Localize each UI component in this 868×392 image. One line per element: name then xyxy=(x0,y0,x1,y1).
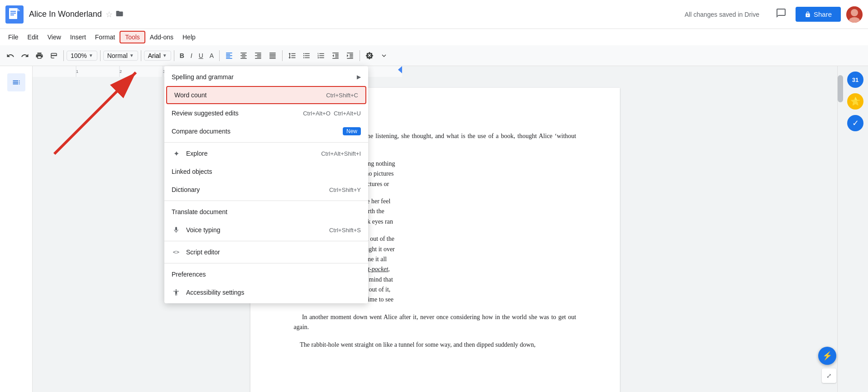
dictionary-label: Dictionary xyxy=(172,186,329,193)
bullet-list-button[interactable] xyxy=(300,50,313,62)
changes-saved-label: All changes saved in Drive xyxy=(685,11,759,18)
menu-item-compare[interactable]: Compare documents New xyxy=(164,122,368,140)
menu-addons[interactable]: Add-ons xyxy=(145,32,178,43)
clear-formatting-button[interactable] xyxy=(363,50,376,62)
compare-label: Compare documents xyxy=(172,128,339,135)
spelling-label: Spelling and grammar xyxy=(172,73,357,81)
star-sidebar-icon[interactable]: ⭐ xyxy=(847,93,863,110)
font-chevron-icon: ▼ xyxy=(163,53,167,58)
star-icon[interactable]: ☆ xyxy=(106,10,113,19)
tools-dropdown-menu: Spelling and grammar ▶ Word count Ctrl+S… xyxy=(164,66,368,303)
align-center-button[interactable] xyxy=(237,50,250,62)
redo-button[interactable] xyxy=(18,50,32,62)
compare-badge: New xyxy=(343,127,361,135)
menu-format[interactable]: Format xyxy=(91,32,120,43)
zoom-label: 100% xyxy=(71,52,87,59)
menu-item-review[interactable]: Review suggested edits Ctrl+Alt+O Ctrl+A… xyxy=(164,104,368,122)
explore-shortcut: Ctrl+Alt+Shift+I xyxy=(321,150,361,157)
menu-item-preferences[interactable]: Preferences xyxy=(164,265,368,283)
menu-item-voice-typing[interactable]: Voice typing Ctrl+Shift+S xyxy=(164,221,368,239)
menu-item-explore[interactable]: ✦ Explore Ctrl+Alt+Shift+I xyxy=(164,144,368,163)
explore-label: Explore xyxy=(186,150,321,157)
doc-scroll-area[interactable]: to begin, for there was no one listening… xyxy=(33,77,837,392)
bold-button[interactable]: B xyxy=(177,50,187,61)
share-label: Share xyxy=(814,10,832,18)
calendar-icon[interactable]: 31 xyxy=(847,72,863,88)
divider-5 xyxy=(219,50,220,61)
align-left-button[interactable] xyxy=(222,50,236,62)
menu-divider-2 xyxy=(164,201,368,201)
font-family-label: Arial xyxy=(148,52,161,59)
doc-title: Alice In Wonderland xyxy=(29,10,102,19)
divider-7 xyxy=(360,50,360,61)
folder-icon[interactable] xyxy=(115,10,124,19)
menu-item-accessibility[interactable]: Accessibility settings xyxy=(164,283,368,301)
style-label: Normal xyxy=(107,52,128,59)
main-area: 1 2 3 4 5 6 7 to begin, for there was no… xyxy=(0,66,868,392)
text-color-button[interactable]: A xyxy=(207,50,216,61)
review-label: Review suggested edits xyxy=(172,110,303,117)
review-shortcut: Ctrl+Alt+O Ctrl+Alt+U xyxy=(303,110,361,117)
voice-typing-shortcut: Ctrl+Shift+S xyxy=(329,227,361,234)
smart-compose-button[interactable]: ⚡ xyxy=(818,347,836,365)
line-spacing-button[interactable] xyxy=(285,50,299,62)
menu-file[interactable]: File xyxy=(4,32,23,43)
menu-insert[interactable]: Insert xyxy=(66,32,91,43)
numbered-list-button[interactable] xyxy=(314,50,328,62)
undo-button[interactable] xyxy=(4,50,17,62)
microphone-icon xyxy=(172,225,181,234)
sidebar-outline-icon[interactable] xyxy=(7,73,25,91)
menu-edit[interactable]: Edit xyxy=(23,32,43,43)
dictionary-shortcut: Ctrl+Shift+Y xyxy=(329,186,361,193)
menu-item-translate[interactable]: Translate document xyxy=(164,203,368,221)
underline-button[interactable]: U xyxy=(196,50,206,61)
style-chevron-icon: ▼ xyxy=(129,53,134,58)
svg-rect-4 xyxy=(10,14,14,15)
scroll-thumb[interactable] xyxy=(838,75,843,102)
print-button[interactable] xyxy=(33,50,46,62)
zoom-control[interactable]: 100% ▼ xyxy=(67,51,97,61)
svg-text:2: 2 xyxy=(120,69,122,74)
increase-indent-button[interactable] xyxy=(343,50,357,62)
svg-rect-2 xyxy=(10,11,16,12)
menu-tools[interactable]: Tools xyxy=(120,31,145,43)
translate-label: Translate document xyxy=(172,208,361,215)
scrollbar[interactable] xyxy=(837,66,843,392)
menu-view[interactable]: View xyxy=(43,32,66,43)
title-bar: Alice In Wonderland ☆ All changes saved … xyxy=(0,0,868,29)
menu-item-script-editor[interactable]: <> Script editor xyxy=(164,243,368,261)
calendar-day: 31 xyxy=(852,76,858,83)
preferences-label: Preferences xyxy=(172,271,361,278)
menu-help[interactable]: Help xyxy=(178,32,200,43)
script-icon: <> xyxy=(172,248,181,257)
align-justify-button[interactable] xyxy=(266,50,279,62)
linked-objects-label: Linked objects xyxy=(172,168,361,175)
style-control[interactable]: Normal ▼ xyxy=(103,51,138,61)
menu-item-spelling[interactable]: Spelling and grammar ▶ xyxy=(164,68,368,86)
align-right-button[interactable] xyxy=(251,50,265,62)
more-options-button[interactable] xyxy=(377,50,391,62)
menu-item-linked-objects[interactable]: Linked objects xyxy=(164,163,368,181)
share-button[interactable]: Share xyxy=(796,7,841,22)
decrease-indent-button[interactable] xyxy=(329,50,342,62)
script-editor-label: Script editor xyxy=(186,249,361,256)
explore-icon: ✦ xyxy=(172,149,181,158)
comment-button[interactable] xyxy=(772,6,790,23)
paint-format-button[interactable] xyxy=(47,50,61,62)
spelling-arrow-icon: ▶ xyxy=(357,74,361,80)
menu-bar: File Edit View Insert Format Tools Add-o… xyxy=(0,29,868,45)
expand-button[interactable]: ⤢ xyxy=(822,368,836,383)
menu-item-word-count[interactable]: Word count Ctrl+Shift+C xyxy=(166,86,366,104)
italic-button[interactable]: I xyxy=(188,50,195,61)
doc-para-6: The rabbit-hole went straight on like a … xyxy=(294,340,576,350)
bottom-right-actions: ⚡ ⤢ xyxy=(818,347,836,383)
left-sidebar xyxy=(0,66,33,392)
avatar[interactable] xyxy=(846,6,863,23)
menu-item-dictionary[interactable]: Dictionary Ctrl+Shift+Y xyxy=(164,181,368,199)
word-count-label: Word count xyxy=(174,91,326,99)
font-family-control[interactable]: Arial ▼ xyxy=(144,51,171,61)
svg-text:1: 1 xyxy=(76,69,78,74)
check-sidebar-icon[interactable]: ✓ xyxy=(847,115,863,131)
doc-icon xyxy=(5,5,24,24)
menu-divider-4 xyxy=(164,263,368,263)
